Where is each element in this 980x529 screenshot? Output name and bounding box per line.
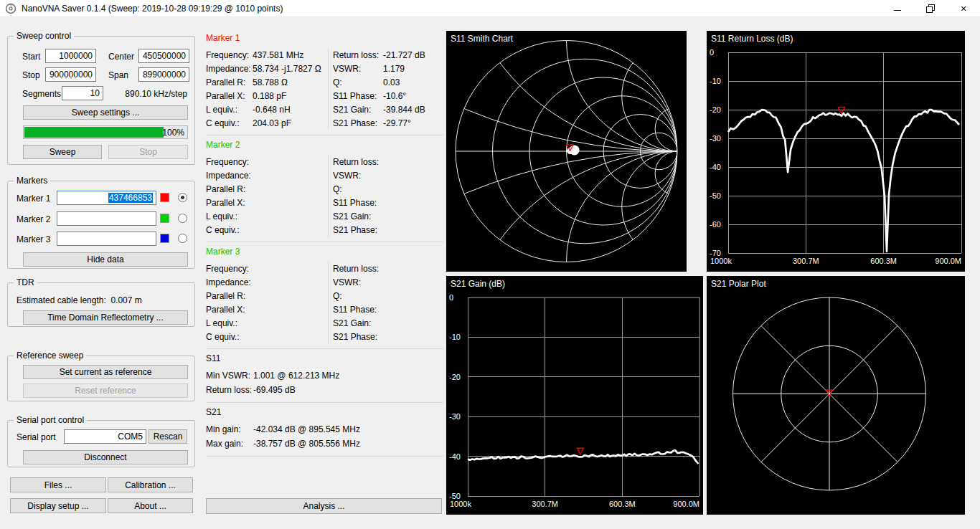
field-label: S11 Phase:: [333, 91, 383, 101]
marker3-section: Marker 3Frequency:Return loss:Impedance:…: [206, 242, 443, 349]
marker3-data-row: C equiv.:S21 Phase:: [206, 330, 443, 343]
marker2-data-row: Parallel X:S11 Phase:: [206, 196, 443, 209]
reset-reference-button[interactable]: Reset reference: [23, 383, 188, 398]
step-size-text: 890.10 kHz/step: [125, 88, 187, 100]
marker2-input[interactable]: [57, 211, 156, 226]
marker1-data-row: C equiv.:204.03 pFS21 Phase:-29.77°: [206, 116, 443, 130]
field-label: S21 Gain:: [333, 105, 383, 115]
svg-text:-20: -20: [449, 373, 461, 381]
about-button-label: About ...: [134, 501, 166, 511]
field-label: L equiv.:: [206, 211, 253, 221]
field-label: S21 Phase:: [333, 118, 383, 128]
svg-text:-40: -40: [710, 163, 721, 171]
minimize-icon: [894, 5, 901, 12]
analysis-button[interactable]: Analysis ...: [206, 498, 442, 514]
field-label: Q:: [333, 184, 383, 194]
calibration-button[interactable]: Calibration ...: [108, 477, 193, 492]
field-label: Impedance:: [206, 64, 253, 74]
marker3-title: Marker 3: [206, 247, 443, 257]
marker1-radio[interactable]: [178, 193, 187, 202]
smith-chart-title: S11 Smith Chart: [451, 34, 513, 44]
sweep-settings-button-label: Sweep settings ...: [72, 108, 140, 118]
field-label: Frequency:: [206, 157, 253, 167]
field-label: S21 Gain:: [333, 211, 383, 221]
about-button[interactable]: About ...: [108, 498, 193, 513]
svg-text:-40: -40: [449, 452, 461, 461]
disconnect-button-label: Disconnect: [84, 452, 126, 462]
marker-data-panel: Marker 1Frequency:437.581 MHzReturn loss…: [206, 29, 443, 457]
svg-text:300.7M: 300.7M: [793, 257, 819, 265]
reset-reference-button-label: Reset reference: [75, 386, 136, 396]
reference-sweep-group-label: Reference sweep: [14, 351, 86, 361]
s11-data-row: Return loss:-69.495 dB: [206, 383, 443, 397]
marker3-color-swatch[interactable]: [160, 234, 169, 243]
rescan-button-label: Rescan: [154, 432, 183, 442]
serial-port-input[interactable]: COM5: [64, 429, 146, 444]
svg-text:-60: -60: [710, 220, 721, 229]
serial-port-group: Serial port control Serial port COM5 Res…: [7, 420, 195, 467]
sweep-settings-button[interactable]: Sweep settings ...: [23, 105, 188, 120]
svg-text:900.0M: 900.0M: [935, 257, 961, 265]
svg-text:-10: -10: [710, 77, 721, 85]
set-reference-button[interactable]: Set current as reference: [23, 365, 188, 379]
svg-text:-30: -30: [710, 134, 721, 143]
close-icon: ×: [961, 3, 966, 14]
display-setup-button[interactable]: Display setup ...: [10, 498, 106, 513]
files-button[interactable]: Files ...: [10, 477, 106, 492]
marker2-data-row: Frequency:Return loss:: [206, 155, 443, 168]
field-label: Parallel X:: [206, 198, 253, 208]
field-label: VSWR:: [333, 64, 383, 74]
span-input[interactable]: 899000000: [138, 67, 189, 82]
sweep-button-label: Sweep: [50, 147, 76, 157]
field-value: 1.001 @ 612.213 MHz: [253, 371, 339, 381]
files-button-label: Files ...: [44, 480, 72, 490]
serial-port-group-label: Serial port control: [14, 415, 87, 425]
field-value: 204.03 pF: [253, 118, 291, 128]
cable-length-caption: Estimated cable length:: [17, 295, 106, 305]
start-input[interactable]: 1000000: [45, 49, 96, 63]
field-label: S21 Gain:: [333, 318, 383, 328]
progress-text: 100%: [162, 128, 184, 138]
marker2-color-swatch[interactable]: [160, 214, 169, 223]
field-label: L equiv.:: [206, 318, 253, 328]
svg-text:0: 0: [710, 48, 714, 57]
marker1-color-swatch[interactable]: [160, 193, 169, 202]
minimize-button[interactable]: [881, 0, 914, 17]
marker3-data-row: Impedance:VSWR:: [206, 275, 443, 289]
gain-chart-title: S21 Gain (dB): [451, 279, 505, 289]
hide-data-button-label: Hide data: [87, 254, 123, 264]
center-value: 450500000: [143, 51, 186, 61]
tdr-button[interactable]: Time Domain Reflectometry ...: [23, 310, 188, 325]
svg-text:-30: -30: [449, 412, 461, 421]
tdr-button-label: Time Domain Reflectometry ...: [47, 313, 164, 323]
marker1-data-row: Parallel R:58.788 ΩQ:0.03: [206, 75, 443, 89]
maximize-restore-button[interactable]: [914, 0, 947, 17]
markers-group: Markers Marker 1 437466853 Marker 2 Mark…: [7, 181, 195, 269]
marker2-radio[interactable]: [178, 214, 187, 223]
field-value: 437.581 MHz: [253, 50, 303, 60]
sweep-button[interactable]: Sweep: [23, 145, 102, 159]
marker3-radio[interactable]: [178, 234, 187, 243]
rescan-button[interactable]: Rescan: [149, 429, 187, 444]
field-label: Return loss:: [333, 157, 383, 167]
marker3-data-row: Parallel R:Q:: [206, 289, 443, 302]
close-button[interactable]: ×: [947, 0, 980, 17]
hide-data-button[interactable]: Hide data: [23, 252, 188, 267]
svg-text:-20: -20: [710, 105, 721, 114]
svg-text:-50: -50: [710, 191, 721, 200]
marker1-input[interactable]: 437466853: [57, 191, 156, 205]
stop-button[interactable]: Stop: [108, 145, 188, 159]
center-input[interactable]: 450500000: [138, 49, 189, 63]
field-value: 1.179: [383, 64, 405, 74]
field-label: Parallel R:: [206, 77, 253, 87]
svg-text:600.3M: 600.3M: [609, 500, 636, 508]
reference-sweep-group: Reference sweep Set current as reference…: [7, 356, 195, 401]
s11-data-row: Min VSWR:1.001 @ 612.213 MHz: [206, 368, 443, 383]
marker3-input[interactable]: [57, 232, 156, 246]
disconnect-button[interactable]: Disconnect: [23, 450, 188, 464]
field-label: Parallel R:: [206, 291, 253, 301]
stop-input[interactable]: 900000000: [45, 67, 96, 82]
marker2-data-row: Parallel R:Q:: [206, 182, 443, 196]
segments-input[interactable]: 10: [62, 86, 103, 100]
field-label: Frequency:: [206, 50, 253, 60]
